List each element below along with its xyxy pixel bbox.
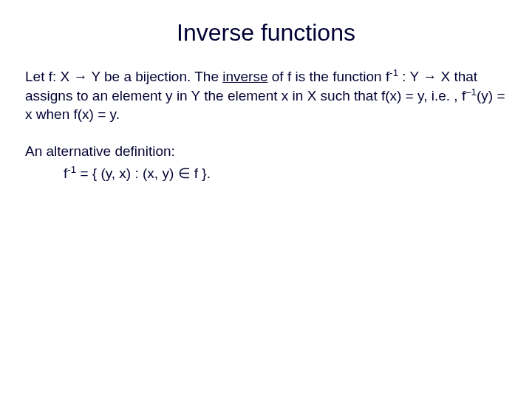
text: = { (y, x) : (x, y) ∈ f }. <box>76 166 211 181</box>
alt-definition-formula: f-1 = { (y, x) : (x, y) ∈ f }. <box>64 164 507 183</box>
text: of f is the function f <box>267 69 389 84</box>
slide: Inverse functions Let f: X → Y be a bije… <box>0 0 532 399</box>
superscript: -1 <box>389 67 398 78</box>
superscript: –1 <box>466 86 477 97</box>
text: Let f: X → Y be a bijection. The <box>25 69 222 84</box>
page-title: Inverse functions <box>25 19 507 47</box>
definition-paragraph: Let f: X → Y be a bijection. The inverse… <box>25 67 507 124</box>
superscript: -1 <box>67 163 76 174</box>
inverse-underlined: inverse <box>222 69 267 84</box>
alt-definition-label: An alternative definition: <box>25 142 507 161</box>
